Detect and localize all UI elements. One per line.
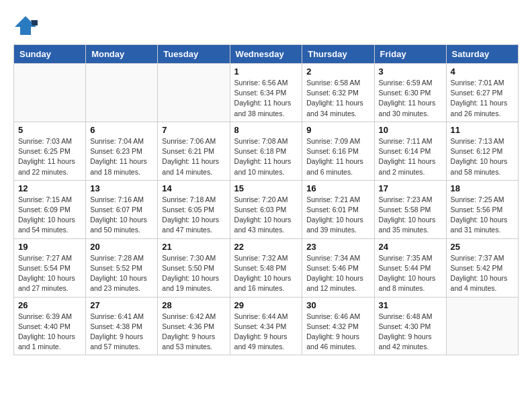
- day-number: 7: [162, 125, 225, 135]
- day-info: Sunrise: 7:18 AM Sunset: 6:05 PM Dayligh…: [162, 195, 225, 236]
- calendar-cell: 6Sunrise: 7:04 AM Sunset: 6:23 PM Daylig…: [86, 122, 158, 180]
- day-info: Sunrise: 7:13 AM Sunset: 6:12 PM Dayligh…: [451, 136, 514, 177]
- day-number: 9: [306, 125, 369, 135]
- calendar-cell: 13Sunrise: 7:16 AM Sunset: 6:07 PM Dayli…: [86, 180, 158, 238]
- day-number: 4: [451, 66, 514, 77]
- calendar-cell: [86, 64, 158, 122]
- day-number: 1: [234, 66, 298, 77]
- day-number: 19: [18, 242, 81, 252]
- day-info: Sunrise: 7:37 AM Sunset: 5:42 PM Dayligh…: [451, 253, 514, 294]
- calendar-cell: 27Sunrise: 6:41 AM Sunset: 4:38 PM Dayli…: [86, 297, 158, 355]
- day-number: 5: [18, 125, 81, 135]
- day-number: 2: [306, 66, 369, 77]
- day-number: 12: [18, 183, 81, 193]
- calendar-cell: 23Sunrise: 7:34 AM Sunset: 5:46 PM Dayli…: [302, 238, 374, 297]
- day-info: Sunrise: 7:28 AM Sunset: 5:52 PM Dayligh…: [90, 253, 153, 294]
- day-info: Sunrise: 7:23 AM Sunset: 5:58 PM Dayligh…: [379, 195, 442, 236]
- calendar-cell: 17Sunrise: 7:23 AM Sunset: 5:58 PM Dayli…: [374, 180, 446, 238]
- logo: [13, 13, 40, 38]
- day-number: 25: [451, 242, 514, 252]
- day-info: Sunrise: 7:15 AM Sunset: 6:09 PM Dayligh…: [18, 195, 81, 236]
- calendar-cell: 30Sunrise: 6:46 AM Sunset: 4:32 PM Dayli…: [302, 297, 374, 355]
- day-info: Sunrise: 6:42 AM Sunset: 4:36 PM Dayligh…: [162, 312, 225, 353]
- calendar-cell: 12Sunrise: 7:15 AM Sunset: 6:09 PM Dayli…: [14, 180, 86, 238]
- day-info: Sunrise: 6:59 AM Sunset: 6:30 PM Dayligh…: [379, 78, 442, 119]
- calendar-week-3: 19Sunrise: 7:27 AM Sunset: 5:54 PM Dayli…: [14, 238, 519, 297]
- day-header-monday: Monday: [86, 45, 158, 64]
- day-header-wednesday: Wednesday: [230, 45, 302, 64]
- day-info: Sunrise: 7:27 AM Sunset: 5:54 PM Dayligh…: [18, 253, 81, 294]
- calendar-cell: 10Sunrise: 7:11 AM Sunset: 6:14 PM Dayli…: [374, 122, 446, 180]
- day-number: 10: [379, 125, 442, 135]
- calendar-cell: 7Sunrise: 7:06 AM Sunset: 6:21 PM Daylig…: [158, 122, 230, 180]
- calendar-cell: 29Sunrise: 6:44 AM Sunset: 4:34 PM Dayli…: [230, 297, 302, 355]
- day-info: Sunrise: 6:41 AM Sunset: 4:38 PM Dayligh…: [90, 312, 153, 353]
- day-info: Sunrise: 7:06 AM Sunset: 6:21 PM Dayligh…: [162, 136, 225, 177]
- calendar-cell: 14Sunrise: 7:18 AM Sunset: 6:05 PM Dayli…: [158, 180, 230, 238]
- day-number: 11: [451, 125, 514, 135]
- logo-icon: [13, 13, 38, 38]
- day-header-thursday: Thursday: [302, 45, 374, 64]
- calendar-cell: 24Sunrise: 7:35 AM Sunset: 5:44 PM Dayli…: [374, 238, 446, 297]
- calendar-week-1: 5Sunrise: 7:03 AM Sunset: 6:25 PM Daylig…: [14, 122, 519, 180]
- calendar-cell: 15Sunrise: 7:20 AM Sunset: 6:03 PM Dayli…: [230, 180, 302, 238]
- calendar-cell: 20Sunrise: 7:28 AM Sunset: 5:52 PM Dayli…: [86, 238, 158, 297]
- day-number: 13: [90, 183, 153, 193]
- calendar-cell: 26Sunrise: 6:39 AM Sunset: 4:40 PM Dayli…: [14, 297, 86, 355]
- day-number: 14: [162, 183, 225, 193]
- calendar-cell: [14, 64, 86, 122]
- day-number: 20: [90, 242, 153, 252]
- calendar-cell: 1Sunrise: 6:56 AM Sunset: 6:34 PM Daylig…: [230, 64, 302, 122]
- day-info: Sunrise: 7:11 AM Sunset: 6:14 PM Dayligh…: [379, 136, 442, 177]
- calendar-header-row: SundayMondayTuesdayWednesdayThursdayFrid…: [14, 45, 519, 64]
- calendar-cell: 5Sunrise: 7:03 AM Sunset: 6:25 PM Daylig…: [14, 122, 86, 180]
- day-number: 22: [234, 242, 298, 252]
- calendar-cell: 9Sunrise: 7:09 AM Sunset: 6:16 PM Daylig…: [302, 122, 374, 180]
- day-info: Sunrise: 7:21 AM Sunset: 6:01 PM Dayligh…: [306, 195, 369, 236]
- day-info: Sunrise: 6:39 AM Sunset: 4:40 PM Dayligh…: [18, 312, 81, 353]
- calendar-table: SundayMondayTuesdayWednesdayThursdayFrid…: [13, 44, 519, 355]
- day-number: 29: [234, 300, 298, 310]
- day-info: Sunrise: 6:48 AM Sunset: 4:30 PM Dayligh…: [379, 312, 442, 353]
- calendar-cell: 25Sunrise: 7:37 AM Sunset: 5:42 PM Dayli…: [446, 238, 518, 297]
- day-number: 18: [451, 183, 514, 193]
- day-number: 16: [306, 183, 369, 193]
- calendar-week-0: 1Sunrise: 6:56 AM Sunset: 6:34 PM Daylig…: [14, 64, 519, 122]
- calendar-cell: 3Sunrise: 6:59 AM Sunset: 6:30 PM Daylig…: [374, 64, 446, 122]
- day-number: 28: [162, 300, 225, 310]
- day-info: Sunrise: 7:04 AM Sunset: 6:23 PM Dayligh…: [90, 136, 153, 177]
- calendar-cell: 31Sunrise: 6:48 AM Sunset: 4:30 PM Dayli…: [374, 297, 446, 355]
- day-info: Sunrise: 7:32 AM Sunset: 5:48 PM Dayligh…: [234, 253, 298, 294]
- day-info: Sunrise: 7:01 AM Sunset: 6:27 PM Dayligh…: [451, 78, 514, 119]
- calendar-cell: 16Sunrise: 7:21 AM Sunset: 6:01 PM Dayli…: [302, 180, 374, 238]
- day-number: 8: [234, 125, 298, 135]
- day-info: Sunrise: 7:34 AM Sunset: 5:46 PM Dayligh…: [306, 253, 369, 294]
- calendar-cell: [446, 297, 518, 355]
- day-info: Sunrise: 6:44 AM Sunset: 4:34 PM Dayligh…: [234, 312, 298, 353]
- day-info: Sunrise: 7:03 AM Sunset: 6:25 PM Dayligh…: [18, 136, 81, 177]
- day-info: Sunrise: 7:09 AM Sunset: 6:16 PM Dayligh…: [306, 136, 369, 177]
- calendar-cell: 28Sunrise: 6:42 AM Sunset: 4:36 PM Dayli…: [158, 297, 230, 355]
- day-number: 31: [379, 300, 442, 310]
- calendar-week-2: 12Sunrise: 7:15 AM Sunset: 6:09 PM Dayli…: [14, 180, 519, 238]
- day-number: 23: [306, 242, 369, 252]
- day-number: 17: [379, 183, 442, 193]
- calendar-cell: 18Sunrise: 7:25 AM Sunset: 5:56 PM Dayli…: [446, 180, 518, 238]
- calendar-cell: [158, 64, 230, 122]
- calendar-cell: 11Sunrise: 7:13 AM Sunset: 6:12 PM Dayli…: [446, 122, 518, 180]
- day-number: 27: [90, 300, 153, 310]
- calendar-cell: 22Sunrise: 7:32 AM Sunset: 5:48 PM Dayli…: [230, 238, 302, 297]
- calendar-cell: 21Sunrise: 7:30 AM Sunset: 5:50 PM Dayli…: [158, 238, 230, 297]
- calendar-week-4: 26Sunrise: 6:39 AM Sunset: 4:40 PM Dayli…: [14, 297, 519, 355]
- day-number: 15: [234, 183, 298, 193]
- day-header-sunday: Sunday: [14, 45, 86, 64]
- day-info: Sunrise: 7:08 AM Sunset: 6:18 PM Dayligh…: [234, 136, 298, 177]
- day-number: 24: [379, 242, 442, 252]
- calendar-cell: 19Sunrise: 7:27 AM Sunset: 5:54 PM Dayli…: [14, 238, 86, 297]
- day-info: Sunrise: 7:30 AM Sunset: 5:50 PM Dayligh…: [162, 253, 225, 294]
- day-info: Sunrise: 7:25 AM Sunset: 5:56 PM Dayligh…: [451, 195, 514, 236]
- day-number: 6: [90, 125, 153, 135]
- calendar-cell: 4Sunrise: 7:01 AM Sunset: 6:27 PM Daylig…: [446, 64, 518, 122]
- day-number: 30: [306, 300, 369, 310]
- day-info: Sunrise: 7:35 AM Sunset: 5:44 PM Dayligh…: [379, 253, 442, 294]
